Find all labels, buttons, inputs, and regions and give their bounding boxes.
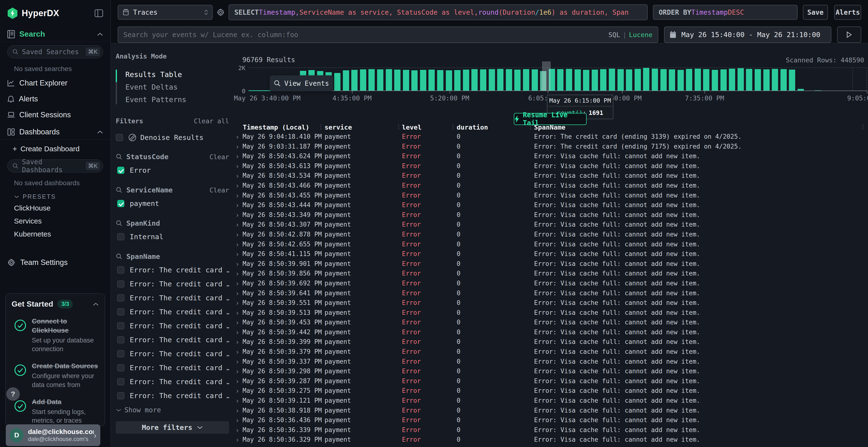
filter-option[interactable]: Error: The credit card … — [116, 321, 229, 331]
expand-row-icon[interactable]: › — [235, 172, 240, 180]
expand-row-icon[interactable]: › — [235, 309, 240, 317]
table-row[interactable]: › May 26 9:04:18.410 PM payment Error 0 … — [234, 132, 868, 142]
expand-row-icon[interactable]: › — [235, 299, 240, 307]
table-row[interactable]: › May 26 8:50:39.692 PM payment Error 0 … — [234, 279, 868, 288]
expand-row-icon[interactable]: › — [235, 260, 240, 268]
filter-group-name[interactable]: SpanKind — [126, 219, 160, 227]
checkbox[interactable] — [117, 336, 124, 343]
sidebar-item-chart-explorer[interactable]: Chart Explorer — [0, 75, 111, 91]
column-drag-handle-icon[interactable]: ⋮ — [450, 123, 456, 130]
sidebar-item-dashboards[interactable]: Dashboards — [0, 124, 111, 140]
table-row[interactable]: › May 26 8:50:39.453 PM payment Error 0 … — [234, 318, 868, 328]
saved-dashboards-input[interactable]: Saved Dashboards ⌘K — [7, 160, 103, 172]
table-row[interactable]: › May 26 8:50:39.275 PM payment Error 0 … — [234, 386, 868, 396]
table-row[interactable]: › May 26 8:50:39.287 PM payment Error 0 … — [234, 376, 868, 386]
expand-row-icon[interactable]: › — [235, 416, 240, 424]
expand-row-icon[interactable]: › — [235, 182, 240, 190]
expand-row-icon[interactable]: › — [235, 221, 240, 229]
column-drag-handle-icon[interactable]: ⋮ — [318, 123, 324, 130]
checkbox[interactable] — [117, 350, 124, 357]
expand-row-icon[interactable]: › — [235, 201, 240, 209]
table-row[interactable]: › May 26 8:50:43.466 PM payment Error 0 … — [234, 181, 868, 191]
checkbox[interactable] — [117, 378, 124, 385]
table-row[interactable]: › May 26 8:50:39.513 PM payment Error 0 … — [234, 308, 868, 318]
checkbox[interactable] — [117, 322, 124, 330]
table-row[interactable]: › May 26 8:50:36.339 PM payment Error 0 … — [234, 425, 868, 435]
preset-link[interactable]: Kubernetes — [0, 228, 111, 241]
filter-option[interactable]: Internal — [116, 232, 229, 241]
table-row[interactable]: › May 26 8:50:39.399 PM payment Error 0 … — [234, 337, 868, 347]
table-row[interactable]: › May 26 8:50:36.329 PM payment Error 0 … — [234, 435, 868, 445]
denoise-results-checkbox[interactable]: Denoise Results — [116, 133, 229, 142]
expand-row-icon[interactable]: › — [235, 133, 240, 141]
lang-lucene-toggle[interactable]: Lucene — [629, 31, 652, 38]
filter-group-name[interactable]: StatusCode — [126, 153, 168, 161]
get-started-item[interactable]: Add Data Start sending logs, metrics, or… — [11, 398, 99, 425]
filter-group-name[interactable]: ServiceName — [126, 186, 173, 194]
date-range-picker[interactable]: May 26 15:40:00 - May 26 21:10:00 — [664, 27, 831, 43]
source-settings-button[interactable] — [217, 8, 225, 16]
table-row[interactable]: › May 26 8:50:39.551 PM payment Error 0 … — [234, 298, 868, 308]
column-menu-icon[interactable]: ⋮ — [860, 123, 866, 130]
alerts-button[interactable]: Alerts — [834, 5, 861, 20]
more-filters-button[interactable]: More filters — [116, 421, 229, 434]
preset-link[interactable]: ClickHouse — [0, 202, 111, 215]
checkbox[interactable] — [117, 308, 124, 315]
expand-row-icon[interactable]: › — [235, 211, 240, 219]
lang-sql-toggle[interactable]: SQL — [608, 31, 620, 38]
checkbox[interactable] — [117, 233, 124, 240]
filter-option[interactable]: Error: The credit card … — [116, 363, 229, 372]
expand-row-icon[interactable]: › — [235, 250, 240, 258]
table-row[interactable]: › May 26 8:50:43.624 PM payment Error 0 … — [234, 151, 868, 161]
filter-option[interactable]: Error: The credit card … — [116, 265, 229, 275]
expand-row-icon[interactable]: › — [235, 397, 240, 405]
expand-row-icon[interactable]: › — [235, 377, 240, 385]
checkbox[interactable] — [117, 294, 124, 302]
filter-option[interactable]: Error — [116, 166, 229, 175]
sidebar-item-search[interactable]: Search — [0, 27, 111, 42]
table-row[interactable]: › May 26 8:50:39.298 PM payment Error 0 … — [234, 367, 868, 376]
expand-row-icon[interactable]: › — [235, 231, 240, 239]
checkbox[interactable] — [117, 280, 124, 287]
table-row[interactable]: › May 26 8:50:39.901 PM payment Error 0 … — [234, 259, 868, 269]
expand-row-icon[interactable]: › — [235, 329, 240, 337]
get-started-item[interactable]: Connect to ClickHouse Set up your databa… — [11, 317, 99, 353]
saved-searches-input[interactable]: Saved Searches ⌘K — [7, 45, 103, 58]
filter-option[interactable]: Error: The credit card … — [116, 294, 229, 303]
filter-option[interactable]: Error: The credit card … — [116, 307, 229, 316]
filter-option[interactable]: Error: The credit card … — [116, 335, 229, 344]
col-timestamp[interactable]: Timestamp (Local) — [243, 124, 309, 131]
col-level[interactable]: level — [402, 124, 422, 131]
table-row[interactable]: › May 26 8:50:39.379 PM payment Error 0 … — [234, 347, 868, 357]
order-by-input[interactable]: ORDER BY Timestamp DESC — [653, 5, 798, 20]
expand-row-icon[interactable]: › — [235, 152, 240, 161]
table-row[interactable]: › May 26 8:50:43.444 PM payment Error 0 … — [234, 200, 868, 210]
results-histogram[interactable] — [248, 67, 867, 91]
table-row[interactable]: › May 26 8:50:36.436 PM payment Error 0 … — [234, 415, 868, 425]
expand-row-icon[interactable]: › — [235, 368, 240, 375]
show-more-button[interactable]: Show more — [116, 406, 229, 414]
expand-row-icon[interactable]: › — [235, 241, 240, 248]
table-row[interactable]: › May 26 9:03:31.187 PM payment Error 0 … — [234, 142, 868, 152]
checkbox-checked[interactable] — [117, 167, 124, 174]
expand-row-icon[interactable]: › — [235, 338, 240, 346]
table-row[interactable]: › May 26 8:50:39.641 PM payment Error 0 … — [234, 288, 868, 299]
sidebar-collapse-icon[interactable] — [94, 9, 103, 17]
table-row[interactable]: › May 26 8:50:43.613 PM payment Error 0 … — [234, 161, 868, 171]
view-events-button[interactable]: View Events — [270, 75, 333, 91]
clear-all-button[interactable]: Clear all — [194, 117, 229, 125]
table-row[interactable]: › May 26 8:50:42.655 PM payment Error 0 … — [234, 240, 868, 249]
filter-group-name[interactable]: SpanName — [126, 252, 160, 261]
table-row[interactable]: › May 26 8:50:41.115 PM payment Error 0 … — [234, 249, 868, 259]
checkbox[interactable] — [117, 392, 124, 399]
expand-row-icon[interactable]: › — [235, 426, 240, 434]
clear-button[interactable]: Clear — [210, 186, 229, 194]
table-row[interactable]: › May 26 8:50:39.121 PM payment Error 0 … — [234, 396, 868, 406]
presets-toggle[interactable]: PRESETS — [0, 189, 111, 202]
user-menu[interactable]: D dale@clickhouse.com dale@clickhouse.co… — [6, 424, 100, 446]
expand-row-icon[interactable]: › — [235, 436, 240, 444]
checkbox[interactable] — [117, 364, 124, 371]
table-row[interactable]: › May 26 8:50:39.337 PM payment Error 0 … — [234, 357, 868, 367]
filter-option[interactable]: Error: The credit card … — [116, 349, 229, 358]
table-row[interactable]: › May 26 8:50:43.455 PM payment Error 0 … — [234, 191, 868, 201]
